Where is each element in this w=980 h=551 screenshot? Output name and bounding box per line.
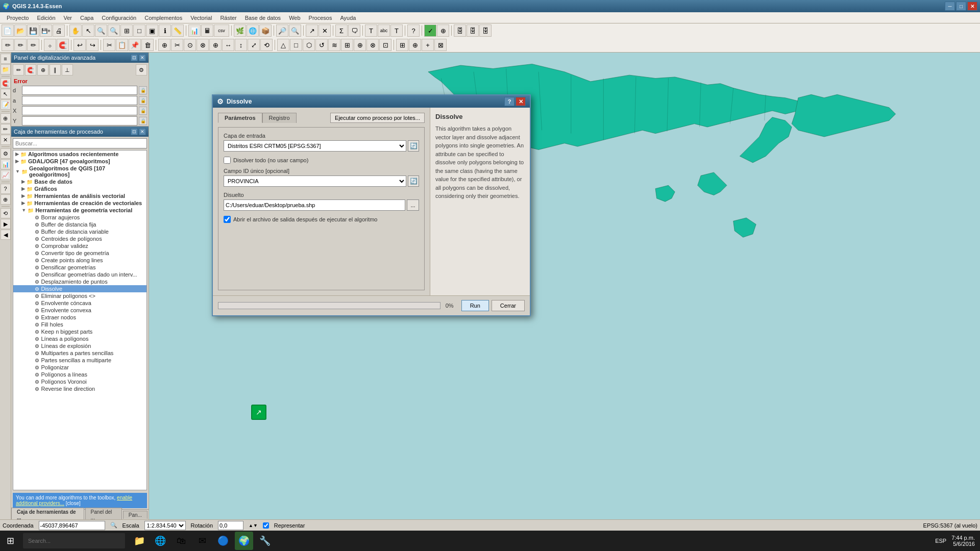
tb-csv[interactable]: csv <box>214 24 229 37</box>
taskbar-search[interactable] <box>23 533 125 548</box>
menu-web[interactable]: Web <box>285 14 304 22</box>
vtb-extra2[interactable]: ⟲ <box>1 208 11 218</box>
start-btn[interactable]: ⊞ <box>0 531 20 551</box>
tb-copy[interactable]: 📋 <box>116 39 128 51</box>
tb-zoom2[interactable]: 🔍 <box>289 24 301 37</box>
tb-db3[interactable]: 🗄 <box>479 24 492 37</box>
browse-output-btn[interactable]: ... <box>407 199 419 211</box>
tb-node1[interactable]: ⬦ <box>44 39 56 51</box>
tree-algo-item[interactable]: ⚙Densificar geometrías <box>13 264 146 271</box>
tree-algo-item[interactable]: ⚙Multipartes a partes sencillas <box>13 349 146 357</box>
menu-capa[interactable]: Capa <box>76 14 97 22</box>
d-input[interactable] <box>22 86 137 95</box>
tree-algo-item[interactable]: ⚙Fill holes <box>13 321 146 328</box>
tree-group-item[interactable]: ▶📁Base de datos <box>13 178 146 185</box>
vtb-options1[interactable]: ⚙ <box>1 148 11 159</box>
tb-adv2[interactable]: ✂ <box>171 39 183 51</box>
tb-edit1[interactable]: ✏ <box>2 39 14 51</box>
panel-close-btn[interactable]: ✕ <box>139 54 146 61</box>
tree-algo-item[interactable]: ⚙Poligonizar <box>13 364 146 371</box>
tab-registro[interactable]: Registro <box>262 113 297 123</box>
cerrar-btn[interactable]: Cerrar <box>492 300 525 311</box>
vtb-add-layer[interactable]: ⊕ <box>1 113 11 123</box>
x-lock[interactable]: 🔒 <box>139 107 147 115</box>
vtb-options3[interactable]: 📈 <box>1 170 11 180</box>
tree-algo-item[interactable]: ⚙Polígonos a líneas <box>13 371 146 378</box>
vtb-remove-layer[interactable]: ✕ <box>1 135 11 145</box>
tb-label3[interactable]: T <box>390 24 403 37</box>
dialog-help-btn[interactable]: ? <box>504 97 514 106</box>
tb-help[interactable]: ? <box>407 24 420 37</box>
tb-adv1[interactable]: ⊕ <box>158 39 170 51</box>
tb-shape4[interactable]: ↺ <box>315 39 328 51</box>
tb-zoom-out[interactable]: 🔍 <box>108 24 120 37</box>
tb-attr-table[interactable]: 📊 <box>188 24 201 37</box>
tb-shape3[interactable]: ⬡ <box>303 39 315 51</box>
tree-algo-item[interactable]: ⚙Borrar agujeros <box>13 214 146 221</box>
id-field-select[interactable]: PROVINCIA <box>224 176 406 187</box>
y-lock[interactable]: 🔒 <box>139 117 147 125</box>
tb-cad1[interactable]: ⊞ <box>396 39 408 51</box>
maximize-btn[interactable]: □ <box>956 2 966 11</box>
tb-plugins2[interactable]: 🌐 <box>247 24 259 37</box>
menu-raster[interactable]: Ráster <box>216 14 240 22</box>
coord-input[interactable] <box>39 521 105 530</box>
tb-adv8[interactable]: ⤢ <box>248 39 260 51</box>
tb-open[interactable]: 📂 <box>14 24 27 37</box>
rotation-input[interactable] <box>218 521 243 530</box>
refresh-id-btn[interactable]: 🔄 <box>408 176 419 187</box>
tree-algo-item[interactable]: ⚙Eliminar polígonos <> <box>13 292 146 299</box>
menu-ver[interactable]: Ver <box>60 14 77 22</box>
tb-adv7[interactable]: ↕ <box>235 39 247 51</box>
tree-algo-item[interactable]: ⚙Polígonos Voronoi <box>13 378 146 385</box>
a-input[interactable] <box>22 96 137 105</box>
tb-shape9[interactable]: ⊡ <box>379 39 391 51</box>
taskbar-store[interactable]: 🛍 <box>172 532 190 550</box>
menu-base-datos[interactable]: Base de datos <box>241 14 285 22</box>
tb-adv3[interactable]: ⊙ <box>184 39 196 51</box>
digit-construct-btn[interactable]: ⊕ <box>37 64 48 76</box>
tree-algo-item[interactable]: ⚙Convertir tipo de geometría <box>13 249 146 257</box>
tb-print[interactable]: 🖨 <box>53 24 65 37</box>
vtb-extra1[interactable]: ⊕ <box>1 194 11 205</box>
menu-procesos[interactable]: Procesos <box>305 14 336 22</box>
tb-measure[interactable]: 📏 <box>172 24 184 37</box>
toolbox-close-btn[interactable]: ✕ <box>139 128 146 135</box>
tb-adv4[interactable]: ⊗ <box>197 39 209 51</box>
tb-zoom-mag[interactable]: 🔎 <box>276 24 288 37</box>
tb-adv9[interactable]: ⟲ <box>260 39 273 51</box>
tb-zoom-in[interactable]: 🔍 <box>95 24 107 37</box>
tb-edit3[interactable]: ✏ <box>27 39 39 51</box>
tb-shape7[interactable]: ⊕ <box>354 39 366 51</box>
menu-ayuda[interactable]: Ayuda <box>336 14 360 22</box>
tree-algo-item[interactable]: ⚙Keep n biggest parts <box>13 328 146 335</box>
tree-group-item[interactable]: ▶📁GDAL/OGR [47 geoalgoritmos] <box>13 158 146 165</box>
tb-select[interactable]: ↖ <box>82 24 94 37</box>
tb-save-as[interactable]: 💾+ <box>40 24 52 37</box>
tb-edit2[interactable]: ✏ <box>14 39 27 51</box>
dialog-close-btn[interactable]: ✕ <box>516 97 526 106</box>
tree-algo-item[interactable]: ⚙Líneas a polígonos <box>13 335 146 342</box>
tree-algo-item[interactable]: ⚙Densificar geometrías dado un interv... <box>13 271 146 278</box>
menu-complementos[interactable]: Complementos <box>140 14 186 22</box>
tb-shape2[interactable]: □ <box>290 39 302 51</box>
tab-parametros[interactable]: Parámetros <box>218 113 262 123</box>
refresh-input-btn[interactable]: 🔄 <box>408 140 419 152</box>
rotation-up-btn[interactable]: ▲▼ <box>249 523 258 528</box>
a-lock[interactable]: 🔒 <box>139 96 147 105</box>
green-indicator[interactable]: ↗ <box>251 405 266 420</box>
tree-group-item[interactable]: ▼📁Geoalgoritmos de QGIS [107 geoalgoritm… <box>13 165 146 178</box>
tb-new[interactable]: 📄 <box>2 24 14 37</box>
menu-vectorial[interactable]: Vectorial <box>186 14 216 22</box>
tab-pan[interactable]: Pan... <box>123 511 148 519</box>
run-btn[interactable]: Run <box>461 300 489 311</box>
tb-undo[interactable]: ↩ <box>74 39 86 51</box>
tb-shape1[interactable]: △ <box>277 39 289 51</box>
tb-db1[interactable]: 🗄 <box>454 24 466 37</box>
tb-zoom-full[interactable]: ⊞ <box>120 24 133 37</box>
tb-redo[interactable]: ↪ <box>86 39 99 51</box>
menu-proyecto[interactable]: Proyecto <box>3 14 33 22</box>
vtb-options2[interactable]: 📊 <box>1 159 11 169</box>
tb-delete[interactable]: 🗑 <box>141 39 154 51</box>
tree-algo-item[interactable]: ⚙Partes sencillas a multiparte <box>13 357 146 364</box>
